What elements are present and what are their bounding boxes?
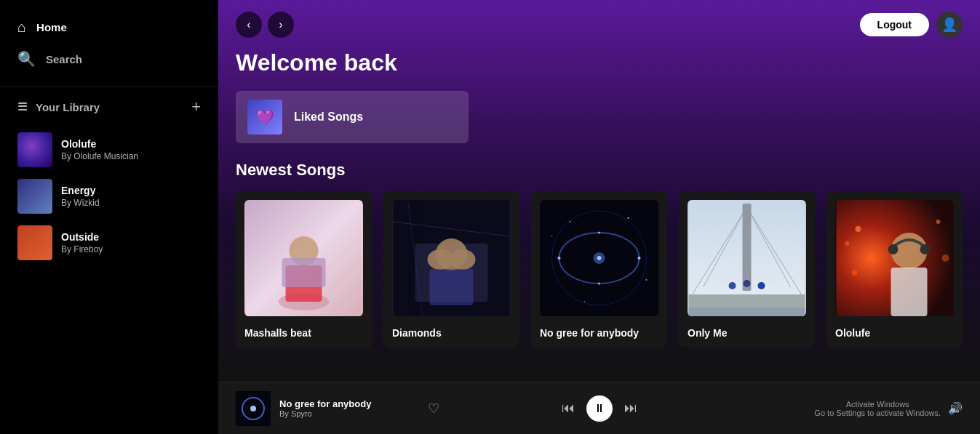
svg-point-41 [920,244,931,254]
energy-info: Energy By Wizkid [61,185,201,208]
back-button[interactable]: ‹ [236,12,262,38]
energy-thumbnail [17,179,52,214]
songs-grid: Mashalls beat [236,191,963,347]
search-icon: 🔍 [17,50,36,68]
sidebar: ⌂ Home 🔍 Search ☰ Your Library + [0,0,218,434]
svg-rect-4 [282,258,326,287]
svg-point-21 [628,217,629,219]
svg-point-26 [597,256,602,260]
energy-sub: By Wizkid [61,198,201,208]
forward-button[interactable]: › [268,12,294,38]
svg-point-34 [729,282,736,289]
welcome-section: Welcome back 💜 Liked Songs [218,49,980,161]
svg-point-43 [856,226,861,232]
liked-songs-label: Liked Songs [294,110,363,124]
library-title-group: ☰ Your Library [17,100,100,113]
library-item-ololufe[interactable]: Ololufe By Ololufe Musician [9,126,210,173]
song-card-mashalls[interactable]: Mashalls beat [236,191,372,347]
library-icon: ☰ [17,100,27,113]
svg-point-16 [558,257,561,260]
ololufe2-title: Ololufe [835,327,954,339]
player-thumbnail [236,391,271,426]
logout-button[interactable]: Logout [860,13,929,36]
library-title-label: Your Library [36,101,100,113]
svg-point-22 [551,236,553,237]
ololufe-thumbnail [17,132,52,167]
activate-windows-notice: Activate Windows Go to Settings to activ… [814,400,941,417]
energy-name: Energy [61,185,201,196]
song-card-nogree[interactable]: No gree for anybody [531,191,667,347]
nogree-title: No gree for anybody [540,327,658,339]
library-add-button[interactable]: + [191,99,201,115]
home-icon: ⌂ [17,19,26,36]
svg-point-9 [450,249,476,270]
song-card-ololufe2[interactable]: Ololufe [826,191,963,347]
like-button[interactable]: ♡ [428,401,439,417]
svg-rect-37 [689,308,805,316]
volume-icon: 🔊 [948,401,963,415]
player-right: Activate Windows Go to Settings to activ… [759,400,963,417]
bottom-player: No gree for anybody By Spyro ♡ ⏮ ⏸ ⏭ Act… [218,382,980,434]
topbar-nav-buttons: ‹ › [236,12,294,38]
library-section: ☰ Your Library + Ololufe By Ololufe Musi… [0,87,218,272]
svg-rect-10 [430,269,474,305]
song-card-onlyme[interactable]: Only Me [679,191,815,347]
pause-icon: ⏸ [594,402,605,415]
prev-button[interactable]: ⏮ [562,401,575,416]
nogree-image [540,200,658,318]
sidebar-item-search[interactable]: 🔍 Search [9,43,210,75]
main-content: ‹ › Logout 👤 Welcome back 💜 Liked Songs [218,0,980,382]
library-header: ☰ Your Library + [9,93,210,121]
onlyme-image [688,200,806,318]
outside-info: Outside By Fireboy [61,231,201,254]
diamonds-image [392,200,511,318]
svg-point-47 [852,270,858,276]
ololufe-name: Ololufe [61,138,201,150]
diamonds-title: Diamonds [392,327,511,339]
library-item-energy[interactable]: Energy By Wizkid [9,173,210,220]
home-label: Home [36,21,67,33]
svg-point-46 [942,254,949,262]
svg-point-24 [584,301,586,302]
mashalls-image [244,200,363,318]
svg-rect-42 [891,268,928,316]
activate-line1: Activate Windows [814,400,941,409]
player-left: No gree for anybody By Spyro ♡ [236,391,439,426]
svg-point-23 [646,279,648,281]
mashalls-title: Mashalls beat [244,327,363,339]
outside-name: Outside [61,231,201,243]
outside-sub: By Fireboy [61,244,201,254]
ololufe-info: Ololufe By Ololufe Musician [61,138,201,161]
profile-icon: 👤 [941,17,957,33]
onlyme-title: Only Me [688,327,806,339]
player-track-name: No gree for anybody [279,398,419,409]
sidebar-item-home[interactable]: ⌂ Home [9,12,210,43]
svg-rect-32 [743,204,752,291]
svg-point-20 [570,221,571,222]
library-item-outside[interactable]: Outside By Fireboy [9,220,210,266]
liked-songs-icon: 💜 [247,100,282,134]
song-card-diamonds[interactable]: Diamonds [383,191,519,347]
svg-point-44 [845,241,850,246]
next-button[interactable]: ⏭ [624,401,637,416]
svg-point-45 [936,220,941,224]
liked-songs-card[interactable]: 💜 Liked Songs [236,91,469,143]
svg-point-36 [758,282,765,289]
pause-button[interactable]: ⏸ [586,395,613,422]
svg-point-18 [598,232,600,234]
welcome-title: Welcome back [236,49,963,76]
newest-songs-section: Newest Songs [218,161,980,365]
svg-point-50 [250,406,256,411]
sidebar-nav: ⌂ Home 🔍 Search [0,0,218,87]
svg-point-17 [638,257,641,260]
ololufe-sub: By Ololufe Musician [61,151,201,161]
svg-point-40 [888,244,899,254]
profile-button[interactable]: 👤 [936,12,963,38]
svg-point-19 [598,283,600,285]
activate-line2: Go to Settings to activate Windows. [814,409,941,417]
library-items-list: Ololufe By Ololufe Musician Energy By Wi… [9,126,210,266]
player-track-artist: By Spyro [279,409,419,418]
ololufe2-image [835,200,954,318]
svg-point-35 [744,280,751,287]
search-label: Search [46,53,82,65]
